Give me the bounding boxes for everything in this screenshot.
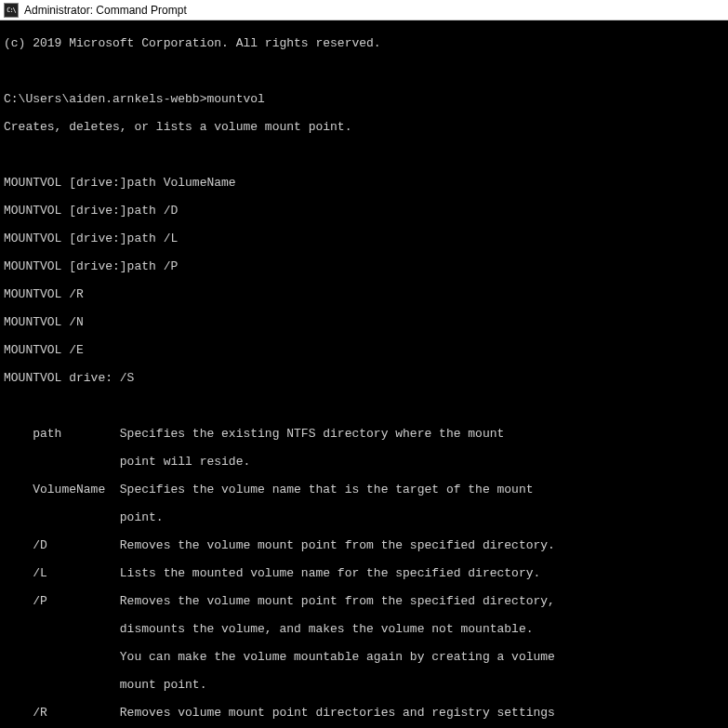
syntax-line: MOUNTVOL drive: /S xyxy=(4,371,724,385)
param-line: You can make the volume mountable again … xyxy=(4,650,724,664)
syntax-line: MOUNTVOL [drive:]path /D xyxy=(4,204,724,218)
param-line: mount point. xyxy=(4,678,724,692)
syntax-line: MOUNTVOL /E xyxy=(4,343,724,357)
window-title: Administrator: Command Prompt xyxy=(24,4,187,17)
param-line: /R Removes volume mount point directorie… xyxy=(4,706,724,720)
blank-line xyxy=(4,64,724,78)
syntax-line: MOUNTVOL /N xyxy=(4,315,724,329)
syntax-line: MOUNTVOL /R xyxy=(4,287,724,301)
param-line: VolumeName Specifies the volume name tha… xyxy=(4,483,724,496)
blank-line xyxy=(4,399,724,413)
blank-line xyxy=(4,148,724,162)
param-line: /D Removes the volume mount point from t… xyxy=(4,538,724,552)
prompt-line: C:\Users\aiden.arnkels-webb>mountvol xyxy=(4,92,724,106)
syntax-line: MOUNTVOL [drive:]path /P xyxy=(4,259,724,273)
param-line: /L Lists the mounted volume name for the… xyxy=(4,566,724,580)
window-titlebar[interactable]: C:\ Administrator: Command Prompt xyxy=(0,0,728,20)
param-line: point. xyxy=(4,510,724,524)
param-line: point will reside. xyxy=(4,455,724,469)
copyright-line: (c) 2019 Microsoft Corporation. All righ… xyxy=(4,36,724,50)
syntax-line: MOUNTVOL [drive:]path VolumeName xyxy=(4,176,724,190)
description-line: Creates, deletes, or lists a volume moun… xyxy=(4,120,724,134)
param-line: path Specifies the existing NTFS directo… xyxy=(4,427,724,441)
cmd-icon: C:\ xyxy=(4,3,19,18)
param-line: dismounts the volume, and makes the volu… xyxy=(4,622,724,636)
syntax-line: MOUNTVOL [drive:]path /L xyxy=(4,232,724,245)
terminal-area[interactable]: (c) 2019 Microsoft Corporation. All righ… xyxy=(0,20,728,728)
param-line: /P Removes the volume mount point from t… xyxy=(4,594,724,608)
